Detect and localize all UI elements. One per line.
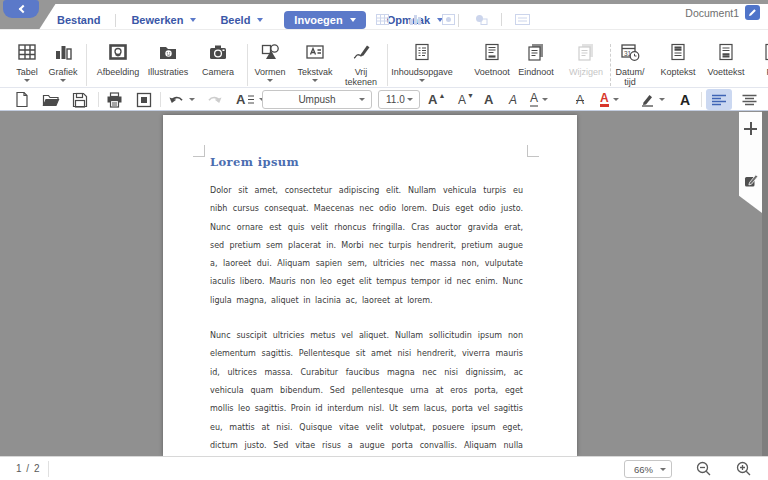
chevron-down-icon (359, 98, 365, 101)
zoom-out-button[interactable] (696, 461, 712, 480)
print-icon (106, 92, 123, 108)
italic-button[interactable]: A (509, 90, 517, 109)
triangle-down-icon: ▼ (467, 92, 474, 99)
menu-label: Bestand (57, 14, 100, 26)
align-left-button[interactable] (706, 89, 732, 110)
document-heading[interactable]: Lorem ipsum (210, 155, 523, 169)
menu-bewerken[interactable]: Bewerken (131, 14, 196, 26)
scroll-gutter[interactable] (762, 111, 768, 456)
decrease-font-button[interactable]: A▼ (458, 90, 473, 109)
textbox-icon (515, 14, 530, 25)
zoom-in-button[interactable] (736, 461, 752, 480)
edit-document-button[interactable] (745, 5, 760, 20)
menu-beeld[interactable]: Beeld (220, 14, 263, 26)
underline-button[interactable]: A (530, 90, 548, 109)
side-tools-flap (739, 112, 762, 213)
highlight-button[interactable] (640, 90, 665, 109)
picture-icon (107, 39, 129, 65)
bold-button[interactable]: A (484, 90, 493, 109)
align-center-button[interactable] (736, 89, 762, 110)
redo-button-disabled (206, 90, 223, 109)
font-color-button[interactable]: A (600, 90, 619, 109)
statusbar-separator (48, 461, 49, 477)
zoom-out-icon (696, 461, 712, 477)
increase-font-button[interactable]: A▲ (428, 90, 444, 109)
ribbon-item-paginanummer-clipped[interactable]: Pa (732, 39, 768, 77)
toolbar-separator (701, 92, 702, 107)
top-menubar: Bestand Bewerken Beeld Invoegen Opmaak (0, 0, 768, 29)
menu-invoegen[interactable]: Invoegen (284, 11, 365, 29)
align-center-icon (742, 94, 757, 106)
triangle-up-icon: ▲ (438, 92, 445, 99)
page-indicator: 1 / 2 (16, 463, 40, 474)
menu-separator (115, 14, 116, 27)
strikethrough-button[interactable]: A (576, 90, 584, 109)
zoom-level-value: 66% (634, 464, 653, 475)
document-paragraph[interactable]: Dolor sit amet, consectetur adipiscing e… (210, 182, 523, 310)
pencil-icon (748, 8, 757, 17)
chevron-down-icon (659, 98, 665, 101)
camera-icon (207, 39, 229, 65)
chart-icon (52, 39, 74, 65)
zoom-in-icon (736, 461, 752, 477)
highlighter-icon (640, 92, 655, 107)
document-title: Document1 (685, 7, 739, 19)
annotate-button[interactable] (743, 173, 759, 192)
new-document-button[interactable] (14, 90, 30, 109)
menu-bestand[interactable]: Bestand (57, 14, 100, 26)
chevron-down-icon (350, 18, 356, 22)
redo-icon (206, 93, 223, 107)
print-button[interactable] (106, 90, 123, 109)
open-file-button[interactable] (42, 90, 60, 109)
text-format-button[interactable]: A (236, 90, 265, 109)
margin-mark (527, 145, 539, 157)
font-size-value: 11.0 (386, 94, 405, 105)
chevron-down-icon (267, 79, 273, 82)
document-page[interactable]: Lorem ipsum Dolor sit amet, consectetur … (163, 115, 577, 456)
chevron-down-icon (60, 79, 66, 82)
font-size-select[interactable]: 11.0 (378, 90, 420, 109)
table-of-contents-icon (411, 39, 433, 65)
chart-icon (409, 14, 422, 25)
open-folder-icon (42, 92, 60, 108)
quick-toolbar: A Umpush 11.0 A▲ A▼ A A A A A A (0, 89, 768, 111)
status-bar: 1 / 2 66% (0, 456, 768, 480)
format-lines-icon (247, 94, 255, 106)
align-right-button[interactable] (764, 89, 768, 110)
chevron-down-icon (190, 18, 196, 22)
toolbar-separator (98, 92, 99, 107)
chevron-down-icon (613, 98, 619, 101)
chevron-down-icon (660, 468, 666, 471)
print-preview-button[interactable] (136, 90, 152, 109)
save-button[interactable] (72, 90, 88, 109)
chevron-down-icon (189, 98, 195, 101)
chevron-down-icon (419, 79, 425, 82)
word-processor-app: Bestand Bewerken Beeld Invoegen Opmaak (0, 0, 768, 480)
font-family-select[interactable]: Umpush (262, 90, 372, 109)
shapes-icon (475, 14, 488, 25)
chevron-down-icon (257, 18, 263, 22)
font-style-button[interactable]: A (680, 90, 690, 109)
menu-label: Beeld (220, 14, 250, 26)
insert-ribbon: Tabel Grafiek Afbeelding Illustraties Ca… (0, 29, 768, 88)
back-button[interactable] (3, 0, 39, 18)
table-icon (376, 14, 389, 25)
menubar-quick-icons (366, 13, 540, 26)
back-icon (18, 5, 26, 13)
top-edge-strip (0, 0, 768, 4)
clipart-folder-icon (157, 39, 179, 65)
image-icon (442, 14, 455, 25)
document-paragraph[interactable]: Nunc suscipit ultricies metus vel alique… (210, 327, 523, 456)
preview-icon (136, 92, 152, 108)
ribbon-item-inhoudsopgave[interactable]: Inhoudsopgave (382, 39, 462, 82)
undo-button[interactable] (168, 90, 195, 109)
note-pencil-icon (743, 173, 759, 188)
document-canvas[interactable]: Lorem ipsum Dolor sit amet, consectetur … (0, 111, 768, 456)
zoom-level-select[interactable]: 66% (624, 460, 672, 478)
new-document-icon (14, 91, 30, 108)
page-number-icon (761, 39, 768, 65)
add-button[interactable] (744, 122, 757, 135)
menu-separator (501, 13, 502, 26)
freehand-pen-icon (350, 39, 372, 65)
menu-label: Invoegen (294, 14, 342, 26)
